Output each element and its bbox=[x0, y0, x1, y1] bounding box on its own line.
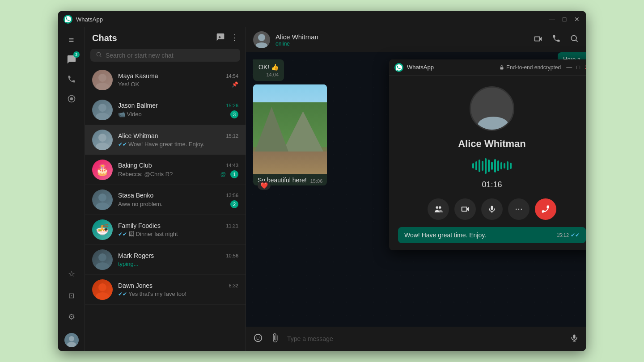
svg-point-30 bbox=[478, 117, 509, 131]
chat-name-alice: Alice Whitman bbox=[118, 132, 158, 139]
checks-family: ✔✔ bbox=[118, 231, 127, 237]
chat-header-info: Alice Whitman online bbox=[275, 33, 528, 47]
chat-info-jason: Jason Ballmer 15:26 📹 Video 3 bbox=[118, 102, 238, 118]
call-end-btn[interactable] bbox=[535, 198, 556, 220]
whatsapp-logo bbox=[64, 15, 72, 24]
sidebar-icons: ≡ 3 ☆ ⊡ ⚙ bbox=[58, 27, 85, 351]
call-minimize-btn[interactable]: — bbox=[566, 64, 572, 71]
close-btn[interactable]: ✕ bbox=[573, 16, 580, 23]
svg-point-2 bbox=[70, 97, 73, 101]
chat-name-maya: Maya Kasuma bbox=[118, 72, 158, 80]
svg-point-32 bbox=[439, 206, 441, 209]
call-avatar bbox=[470, 86, 514, 131]
new-chat-icon[interactable] bbox=[216, 33, 225, 43]
attach-icon[interactable] bbox=[270, 333, 280, 345]
call-mute-btn[interactable] bbox=[481, 198, 503, 220]
chat-item-family[interactable]: 🍜 Family Foodies 11:21 ✔✔ 🖼 Dinner last … bbox=[85, 215, 246, 245]
search-icon bbox=[96, 51, 102, 59]
chat-header-avatar[interactable] bbox=[253, 31, 270, 48]
chat-item-stasa[interactable]: Stasa Benko 13:56 Aww no problem. 2 bbox=[85, 185, 246, 215]
user-avatar[interactable] bbox=[64, 333, 79, 347]
emoji-icon[interactable] bbox=[253, 333, 263, 345]
chat-info-alice: Alice Whitman 15:12 ✔✔ Wow! Have great t… bbox=[118, 132, 238, 147]
chat-time-mark: 10:56 bbox=[226, 253, 238, 258]
video-call-icon[interactable] bbox=[533, 34, 543, 46]
chat-list: Maya Kasuma 14:54 Yes! OK 📌 bbox=[85, 65, 246, 351]
sidebar-item-status[interactable] bbox=[63, 90, 80, 108]
minimize-btn[interactable]: — bbox=[548, 16, 555, 23]
window-controls: — □ ✕ bbox=[548, 16, 580, 23]
chat-info-family: Family Foodies 11:21 ✔✔ 🖼 Dinner last ni… bbox=[118, 222, 238, 237]
sidebar-item-chats[interactable]: 3 bbox=[63, 51, 80, 68]
chat-info-mark: Mark Rogers 10:56 typing... bbox=[118, 252, 238, 267]
phone-call-icon[interactable] bbox=[552, 34, 561, 46]
call-close-btn[interactable]: ✕ bbox=[585, 64, 586, 71]
maximize-btn[interactable]: □ bbox=[561, 16, 568, 23]
svg-point-15 bbox=[96, 262, 109, 270]
contact-status: online bbox=[275, 41, 528, 47]
wave-bar-10 bbox=[500, 162, 502, 169]
sidebar-item-starred[interactable]: ☆ bbox=[63, 265, 80, 283]
filter-icon[interactable]: ⋮ bbox=[230, 33, 238, 43]
chat-time-stasa: 13:56 bbox=[226, 193, 238, 198]
message-ok: OK! 👍 14:04 bbox=[253, 59, 284, 81]
chat-item-baking[interactable]: 🎂 Baking Club 14:43 Rebecca: @Chris R? @… bbox=[85, 155, 246, 185]
chat-preview-baking: Rebecca: @Chris R? bbox=[118, 171, 220, 177]
svg-point-7 bbox=[96, 83, 109, 90]
avatar-maya bbox=[92, 70, 113, 90]
sidebar-item-menu[interactable]: ≡ bbox=[63, 31, 80, 49]
chat-list-header: Chats ⋮ bbox=[85, 27, 246, 47]
call-waveform bbox=[472, 157, 512, 175]
call-more-btn[interactable] bbox=[508, 198, 530, 220]
svg-point-13 bbox=[96, 202, 109, 210]
sidebar-item-calls[interactable] bbox=[63, 70, 80, 88]
svg-point-9 bbox=[96, 113, 109, 120]
chat-item-mark[interactable]: Mark Rogers 10:56 typing... bbox=[85, 245, 246, 275]
call-maximize-btn[interactable]: □ bbox=[576, 64, 580, 71]
chats-badge: 3 bbox=[73, 51, 80, 58]
wave-bar-13 bbox=[510, 163, 512, 169]
encryption-label: End-to-end endcrypted bbox=[499, 64, 561, 71]
chat-item-jason[interactable]: Jason Ballmer 15:26 📹 Video 3 bbox=[85, 95, 246, 125]
last-msg-meta: 15:12 ✔✔ bbox=[556, 232, 580, 238]
input-area bbox=[246, 327, 586, 351]
app-window: WhatsApp — □ ✕ ≡ 3 bbox=[58, 11, 586, 351]
svg-point-17 bbox=[96, 292, 109, 300]
chat-item-maya[interactable]: Maya Kasuma 14:54 Yes! OK 📌 bbox=[85, 65, 246, 95]
call-app-name: WhatsApp bbox=[407, 64, 499, 71]
chat-preview-dawn: Yes that's my fave too! bbox=[128, 290, 238, 297]
svg-point-14 bbox=[98, 253, 106, 261]
avatar-dawn bbox=[92, 279, 113, 300]
chat-name-mark: Mark Rogers bbox=[118, 252, 154, 259]
svg-point-36 bbox=[518, 209, 520, 210]
call-last-message: Wow! Have great time. Enjoy. 15:12 ✔✔ bbox=[398, 227, 586, 243]
svg-point-31 bbox=[436, 206, 439, 209]
chat-item-alice[interactable]: Alice Whitman 15:12 ✔✔ Wow! Have great t… bbox=[85, 125, 246, 155]
message-input[interactable] bbox=[287, 335, 563, 342]
avatar-mark bbox=[92, 249, 113, 270]
chat-time-dawn: 8:32 bbox=[229, 283, 238, 288]
chat-info-maya: Maya Kasuma 14:54 Yes! OK 📌 bbox=[118, 72, 238, 88]
search-chat-icon[interactable] bbox=[570, 34, 579, 46]
encryption-text: End-to-end endcrypted bbox=[506, 64, 561, 71]
sidebar-item-archived[interactable]: ⊡ bbox=[63, 286, 80, 304]
contact-name: Alice Whitman bbox=[275, 33, 528, 41]
wave-bar-5 bbox=[485, 158, 487, 174]
chat-name-baking: Baking Club bbox=[118, 162, 152, 169]
chat-header: Alice Whitman online bbox=[246, 27, 586, 52]
wave-bar-11 bbox=[504, 163, 505, 168]
chat-time-maya: 14:54 bbox=[226, 73, 238, 79]
chat-preview-maya: Yes! OK bbox=[118, 81, 230, 88]
wave-bar-9 bbox=[497, 160, 499, 171]
call-logo bbox=[394, 63, 403, 72]
sidebar-item-settings[interactable]: ⚙ bbox=[63, 308, 80, 326]
call-contact-name: Alice Whitman bbox=[458, 138, 526, 150]
call-participants-btn[interactable] bbox=[428, 198, 449, 220]
svg-point-11 bbox=[96, 143, 109, 150]
mic-icon[interactable] bbox=[570, 333, 579, 345]
chat-time-baking: 14:43 bbox=[226, 163, 238, 168]
chat-item-dawn[interactable]: Dawn Jones 8:32 ✔✔ Yes that's my fave to… bbox=[85, 275, 246, 305]
image-message-container: So beautiful here! 15:06 ❤️ bbox=[253, 84, 327, 185]
call-video-btn[interactable] bbox=[454, 198, 476, 220]
search-input[interactable] bbox=[106, 52, 235, 59]
